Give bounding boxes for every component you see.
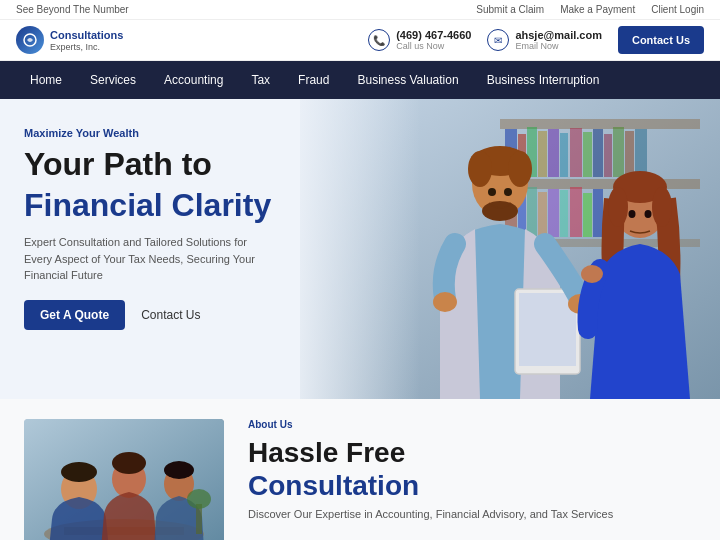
- svg-point-31: [482, 201, 518, 221]
- logo[interactable]: Consultations Experts, Inc.: [16, 26, 123, 54]
- svg-point-43: [629, 210, 636, 218]
- about-title: Hassle Free Consultation: [248, 436, 696, 502]
- hero-title-line1: Your Path to: [24, 145, 336, 183]
- hero-title-line2: Financial Clarity: [24, 187, 336, 224]
- bottom-section: About Us Hassle Free Consultation Discov…: [0, 399, 720, 540]
- nav-fraud[interactable]: Fraud: [284, 61, 343, 99]
- logo-text: Consultations Experts, Inc.: [50, 28, 123, 52]
- hero-buttons: Get A Quote Contact Us: [24, 300, 336, 330]
- header: Consultations Experts, Inc. 📞 (469) 467-…: [0, 20, 720, 61]
- make-payment-link[interactable]: Make a Payment: [560, 4, 635, 15]
- svg-point-36: [488, 188, 496, 196]
- main-nav: Home Services Accounting Tax Fraud Busin…: [0, 61, 720, 99]
- nav-tax[interactable]: Tax: [237, 61, 284, 99]
- phone-contact: 📞 (469) 467-4660 Call us Now: [368, 29, 471, 51]
- nav-accounting[interactable]: Accounting: [150, 61, 237, 99]
- svg-point-44: [645, 210, 652, 218]
- nav-business-interruption[interactable]: Business Interruption: [473, 61, 614, 99]
- svg-rect-33: [519, 293, 576, 366]
- hero-section: Maximize Your Wealth Your Path to Financ…: [0, 99, 720, 399]
- bottom-image: [24, 419, 224, 540]
- svg-point-35: [433, 292, 457, 312]
- nav-services[interactable]: Services: [76, 61, 150, 99]
- top-bar: See Beyond The Number Submit a Claim Mak…: [0, 0, 720, 20]
- contact-us-link[interactable]: Contact Us: [141, 308, 200, 322]
- svg-point-30: [508, 151, 532, 187]
- svg-point-42: [581, 265, 603, 283]
- top-bar-links: Submit a Claim Make a Payment Client Log…: [476, 4, 704, 15]
- about-tag: About Us: [248, 419, 696, 430]
- submit-claim-link[interactable]: Submit a Claim: [476, 4, 544, 15]
- hero-content: Maximize Your Wealth Your Path to Financ…: [0, 99, 360, 399]
- client-login-link[interactable]: Client Login: [651, 4, 704, 15]
- hero-description: Expert Consultation and Tailored Solutio…: [24, 234, 264, 284]
- header-contacts: 📞 (469) 467-4660 Call us Now ✉ ahsje@mai…: [368, 26, 704, 54]
- svg-point-40: [608, 187, 628, 227]
- nav-business-valuation[interactable]: Business Valuation: [343, 61, 472, 99]
- bottom-illustration: [24, 419, 224, 540]
- email-info: ahsje@mail.com Email Now: [515, 29, 602, 51]
- phone-icon: 📞: [368, 29, 390, 51]
- svg-point-55: [187, 489, 211, 509]
- logo-icon: [16, 26, 44, 54]
- email-icon: ✉: [487, 29, 509, 51]
- svg-point-49: [61, 462, 97, 482]
- phone-info: (469) 467-4660 Call us Now: [396, 29, 471, 51]
- svg-point-41: [652, 187, 672, 227]
- get-quote-button[interactable]: Get A Quote: [24, 300, 125, 330]
- svg-point-29: [468, 151, 492, 187]
- about-description: Discover Our Expertise in Accounting, Fi…: [248, 508, 696, 520]
- header-contact-button[interactable]: Contact Us: [618, 26, 704, 54]
- svg-point-37: [504, 188, 512, 196]
- bottom-content: About Us Hassle Free Consultation Discov…: [248, 419, 696, 520]
- hero-tag: Maximize Your Wealth: [24, 127, 336, 139]
- svg-point-51: [112, 452, 146, 474]
- email-contact: ✉ ahsje@mail.com Email Now: [487, 29, 602, 51]
- nav-home[interactable]: Home: [16, 61, 76, 99]
- svg-point-53: [164, 461, 194, 479]
- tagline: See Beyond The Number: [16, 4, 129, 15]
